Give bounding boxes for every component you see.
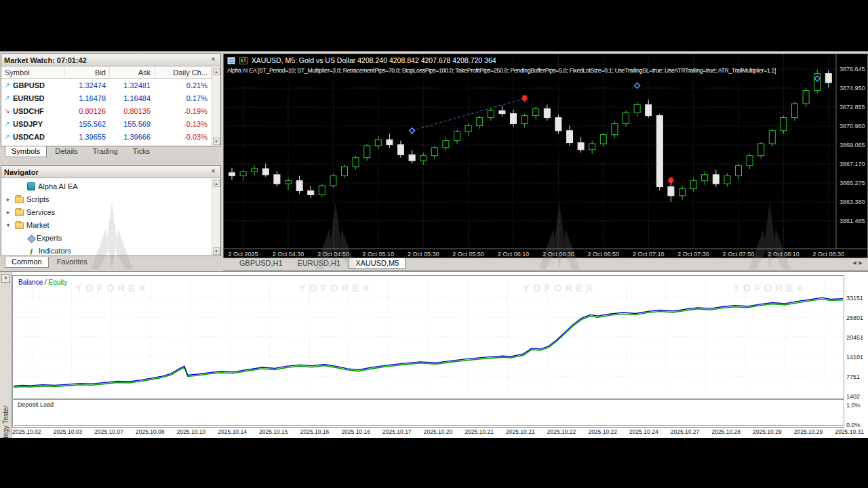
balance-equity-chart[interactable] [12,275,844,399]
indicators-icon: ƒ [27,247,36,254]
market-watch-header-row: SymbolBidAskDaily Ch... [1,66,220,79]
scroll-up-icon[interactable]: ▲ [213,180,220,187]
scroll-down-icon[interactable]: ▼ [213,247,220,255]
value-tick-label: 7751 [846,373,860,380]
bid-cell: 1.16478 [65,94,110,102]
chart-tab-eurusd-h1[interactable]: EURUSD,H1 [291,258,348,269]
daily-change-cell: -0.19% [155,107,212,115]
column-header-symbol: Symbol [1,66,65,78]
date-tick-label: 2025.10.29 [794,428,823,435]
navigator-item-alpha-ai-ea[interactable]: Alpha AI EA [1,180,220,192]
item-label: Experts [37,234,62,242]
svg-text:2 Oct 04:50: 2 Oct 04:50 [317,251,349,258]
date-tick-label: 2025.10.03 [54,428,83,435]
tester-close-icon[interactable]: × [1,274,10,283]
tab-scroll-left-icon[interactable]: ◀ [852,260,856,266]
date-tick-label: 2025.10.15 [259,428,288,435]
svg-text:2 Oct 08:30: 2 Oct 08:30 [813,251,845,258]
date-tick-label: 2025.10.17 [382,428,412,435]
daily-change-cell: -0.13% [155,120,212,128]
legend-balance: Balance [18,279,43,286]
symbol-cell: ↗GBPUSD [1,81,65,89]
value-tick-label: 26801 [846,314,863,321]
column-header-daily-ch-: Daily Ch... [155,66,212,78]
tab-scroll-right-icon[interactable]: ▶ [859,260,863,266]
tree-expanded-icon[interactable]: ▾ [4,222,12,228]
symbol-label: USDJPY [13,120,43,128]
navigator-tab-favorites[interactable]: Favorites [50,257,94,268]
svg-text:3867.170: 3867.170 [840,161,865,167]
navigator-item-scripts[interactable]: ▸Scripts [1,192,220,205]
date-tick-label: 2025.10.16 [300,428,330,435]
navigator-tree: Alpha AI EA▸Scripts▸Services▾MarketExper… [1,178,220,257]
strategy-tester-panel: × tegy Tester Balance / Equity Deposit L… [0,271,868,439]
symbol-label: GBPUSD [13,81,45,89]
date-tick-label: 2025.10.07 [94,428,123,435]
market-watch-close-icon[interactable]: × [209,56,218,64]
market-watch-row-usdcad[interactable]: ↗USDCAD1.396551.39666-0.03% [1,130,220,143]
experts-icon [27,235,34,241]
svg-text:3874.950: 3874.950 [840,85,865,92]
item-label: Indicators [39,247,71,255]
navigator-item-market[interactable]: ▾Market [1,218,220,231]
tester-date-axis: 2025.10.022025.10.032025.10.072025.10.08… [12,428,864,435]
value-tick-label: 33151 [846,295,863,302]
candle-style-icon[interactable] [239,57,248,66]
svg-text:2 Oct 04:30: 2 Oct 04:30 [273,251,304,258]
tree-collapsed-icon[interactable]: ▸ [4,209,12,216]
chart-tab-xauusd-m5[interactable]: XAUUSD,M5 [349,258,406,269]
svg-text:3872.855: 3872.855 [840,104,865,110]
navigator-item-services[interactable]: ▸Services [1,205,220,218]
tick-up-icon: ↗ [3,120,11,127]
navigator-title: Navigator [4,168,39,176]
date-tick-label: 2025.10.21 [506,428,535,435]
svg-text:2 Oct 05:30: 2 Oct 05:30 [408,251,439,258]
navigator-titlebar: Navigator × [1,166,220,178]
market-watch-tab-trading[interactable]: Trading [86,146,125,157]
navigator-tab-common[interactable]: Common [5,257,49,268]
item-label: Market [26,221,50,229]
symbol-cell: ↗USDJPY [1,120,65,128]
candlestick-chart[interactable]: 3876.6453874.9503872.8553870.9603869.065… [224,54,867,258]
date-tick-label: 2025.10.31 [835,428,864,435]
navigator-item-indicators[interactable]: ƒIndicators [1,244,220,257]
market-watch-row-eurusd[interactable]: ↗EURUSD1.164781.164840.17% [1,92,220,104]
navigator-item-experts[interactable]: Experts [1,231,220,244]
market-watch-tab-ticks[interactable]: Ticks [126,146,157,157]
market-watch-row-usdjpy[interactable]: ↗USDJPY155.562155.569-0.13% [1,117,220,130]
column-header-bid: Bid [65,66,110,78]
bid-cell: 155.562 [65,120,110,128]
navigator-close-icon[interactable]: × [209,167,218,176]
bid-cell: 0.80126 [65,107,110,115]
scroll-down-icon[interactable]: ▼ [213,138,220,145]
value-tick-label: 14101 [846,354,863,361]
market-watch-row-gbpusd[interactable]: ↗GBPUSD1.324741.324810.21% [1,79,220,92]
mt5-workspace: Market Watch: 07:01:42 × SymbolBidAskDai… [0,51,868,438]
date-tick-label: 2025.10.16 [341,428,370,435]
item-label: Alpha AI EA [38,182,78,190]
market-watch-tab-symbols[interactable]: Symbols [5,146,47,157]
market-watch-row-usdchf[interactable]: ↘USDCHF0.801260.80135-0.19% [1,104,220,117]
chart-menu-icon[interactable] [227,57,235,66]
market-watch-panel: Market Watch: 07:01:42 × SymbolBidAskDai… [1,54,221,146]
date-tick-label: 2025.10.20 [424,428,453,435]
tick-down-icon: ↘ [3,107,11,115]
chart-tab-gbpusd-h1[interactable]: GBPUSD,H1 [233,258,290,269]
symbol-cell: ↘USDCHF [1,107,65,115]
tick-up-icon: ↗ [3,94,11,102]
scroll-up-icon[interactable]: ▲ [213,68,220,75]
tree-collapsed-icon[interactable]: ▸ [4,196,12,203]
item-label: Scripts [26,195,50,203]
market-watch-scrollbar[interactable]: ▲ ▼ [212,67,220,146]
navigator-scrollbar[interactable]: ▲ ▼ [212,179,220,256]
market-watch-tab-details[interactable]: Details [48,146,85,157]
daily-change-cell: 0.17% [155,94,212,102]
svg-text:2 Oct 07:30: 2 Oct 07:30 [677,251,709,258]
tick-up-icon: ↗ [3,81,11,89]
folder-icon [15,197,24,203]
deposit-load-line [14,425,843,426]
market-watch-tabs: SymbolsDetailsTradingTicks [1,146,221,159]
strategy-tester-tab[interactable]: × tegy Tester [0,272,12,439]
letterbox-bottom [0,438,868,488]
date-tick-label: 2025.10.14 [218,428,247,435]
